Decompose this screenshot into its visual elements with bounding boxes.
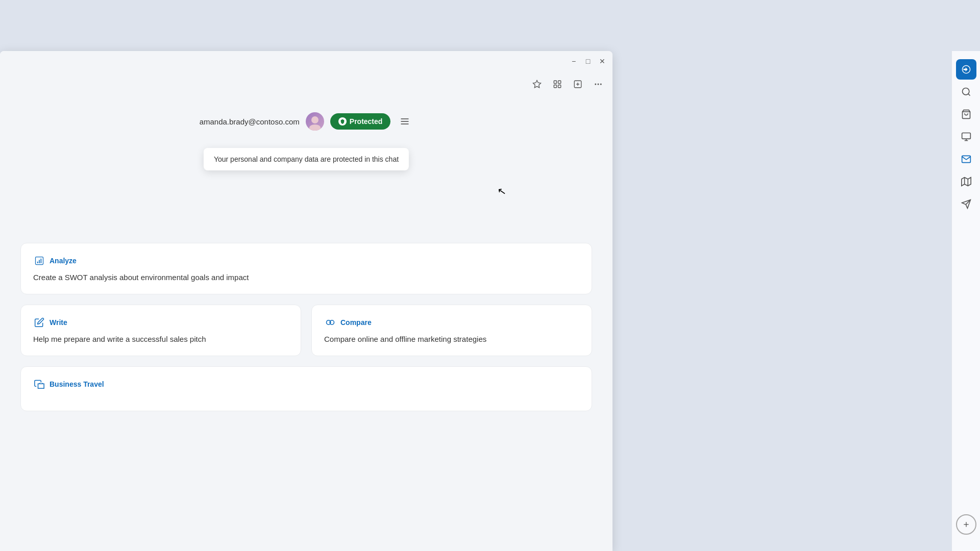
more-button[interactable] — [590, 76, 606, 92]
travel-icon — [33, 378, 45, 390]
title-bar: − □ ✕ — [0, 51, 612, 71]
right-sidebar — [951, 51, 980, 551]
svg-rect-16 — [39, 260, 40, 263]
svg-point-8 — [595, 84, 596, 85]
compare-icon — [324, 316, 336, 329]
svg-marker-27 — [961, 178, 970, 186]
compare-label: Compare — [340, 318, 372, 327]
add-tab-icon[interactable] — [570, 76, 586, 92]
write-card[interactable]: Write Help me prepare and write a succes… — [20, 305, 301, 356]
copilot-sidebar-icon[interactable] — [956, 59, 976, 80]
cards-section: Analyze Create a SWOT analysis about env… — [20, 243, 592, 411]
svg-marker-20 — [38, 384, 44, 388]
card-row-1: Analyze Create a SWOT analysis about env… — [20, 243, 592, 294]
svg-rect-15 — [37, 262, 38, 263]
outlook-sidebar-icon[interactable] — [956, 149, 976, 169]
travel-label: Business Travel — [50, 380, 104, 388]
svg-point-9 — [598, 84, 599, 85]
user-email: amanda.brady@contoso.com — [200, 117, 300, 126]
shopping-sidebar-icon[interactable] — [956, 104, 976, 124]
close-button[interactable]: ✕ — [598, 57, 606, 65]
svg-line-22 — [968, 94, 970, 96]
tooltip-text: Your personal and company data are prote… — [214, 155, 399, 163]
maximize-button[interactable]: □ — [584, 57, 592, 65]
content-area: amanda.brady@contoso.com Protected Your … — [0, 97, 612, 551]
svg-rect-3 — [554, 85, 556, 88]
write-text: Help me prepare and write a successful s… — [33, 334, 288, 344]
protected-label: Protected — [350, 117, 383, 126]
card-row-2: Write Help me prepare and write a succes… — [20, 305, 592, 356]
write-label: Write — [50, 318, 67, 327]
add-sidebar-button[interactable] — [956, 514, 976, 535]
analyze-card[interactable]: Analyze Create a SWOT analysis about env… — [20, 243, 592, 294]
compare-card[interactable]: Compare Compare online and offline marke… — [311, 305, 592, 356]
shield-icon — [338, 117, 347, 126]
analyze-label: Analyze — [50, 257, 77, 265]
business-travel-card[interactable]: Business Travel — [20, 366, 592, 411]
svg-rect-1 — [554, 81, 556, 83]
svg-marker-0 — [533, 81, 541, 88]
analyze-tag: Analyze — [33, 255, 579, 267]
svg-point-10 — [600, 84, 602, 85]
compare-text: Compare online and offline marketing str… — [324, 334, 579, 344]
avatar — [306, 112, 324, 131]
compare-tag: Compare — [324, 316, 579, 329]
svg-rect-2 — [558, 81, 561, 83]
write-icon — [33, 316, 45, 329]
user-header: amanda.brady@contoso.com Protected — [20, 112, 592, 131]
travel-tag: Business Travel — [33, 378, 579, 390]
search-sidebar-icon[interactable] — [956, 82, 976, 102]
protection-tooltip: Your personal and company data are prote… — [204, 148, 409, 170]
svg-rect-24 — [962, 133, 970, 139]
collections-icon[interactable] — [549, 76, 566, 92]
minimize-button[interactable]: − — [570, 57, 578, 65]
menu-button[interactable] — [397, 113, 413, 130]
analyze-text: Create a SWOT analysis about environment… — [33, 272, 579, 283]
toolbar — [0, 71, 612, 97]
send-sidebar-icon[interactable] — [956, 194, 976, 214]
card-row-3: Business Travel — [20, 366, 592, 411]
browser-window: − □ ✕ — [0, 51, 612, 551]
maps-sidebar-icon[interactable] — [956, 171, 976, 192]
write-tag: Write — [33, 316, 288, 329]
svg-rect-17 — [41, 259, 42, 263]
analyze-icon — [33, 255, 45, 267]
favorite-icon[interactable] — [529, 76, 545, 92]
protected-button[interactable]: Protected — [330, 113, 391, 130]
svg-point-21 — [962, 88, 969, 95]
tools-sidebar-icon[interactable] — [956, 127, 976, 147]
svg-rect-4 — [558, 85, 561, 88]
window-controls: − □ ✕ — [570, 57, 606, 65]
